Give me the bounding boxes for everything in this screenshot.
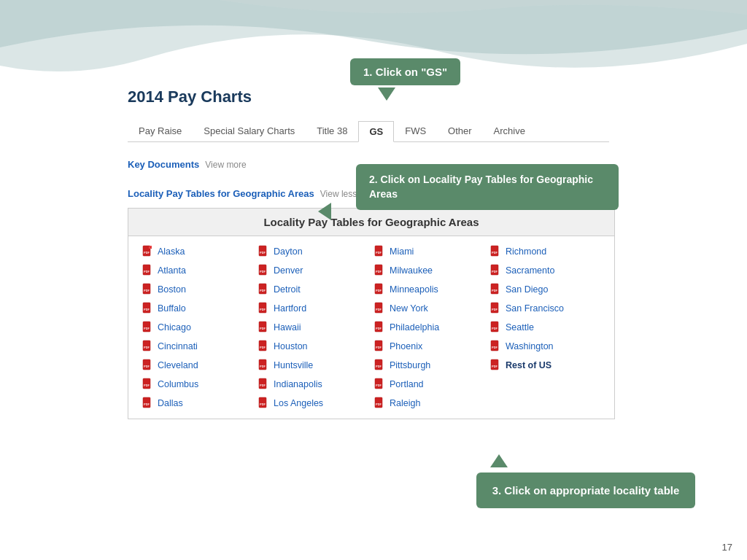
- list-item[interactable]: PDF San Francisco: [487, 300, 603, 316]
- list-item[interactable]: PDF Huntsville: [255, 357, 371, 373]
- locality-name[interactable]: Indianapolis: [274, 379, 322, 389]
- list-item[interactable]: PDF Hartford: [255, 300, 371, 316]
- locality-name[interactable]: Chicago: [158, 322, 191, 332]
- callout-1: 1. Click on "GS": [350, 58, 460, 85]
- list-item[interactable]: PDF New York: [371, 300, 487, 316]
- locality-name[interactable]: San Diego: [506, 284, 548, 295]
- locality-name[interactable]: Philadelphia: [390, 322, 439, 332]
- locality-name[interactable]: Portland: [390, 379, 424, 389]
- list-item[interactable]: PDF Denver: [255, 262, 371, 279]
- list-item[interactable]: PDF Rest of US: [487, 357, 603, 373]
- locality-name[interactable]: Cleveland: [158, 360, 198, 370]
- locality-name[interactable]: Los Angeles: [274, 398, 323, 408]
- locality-name[interactable]: Buffalo: [158, 303, 186, 314]
- list-item[interactable]: PDF Dayton: [255, 244, 371, 260]
- locality-name[interactable]: Pittsburgh: [390, 360, 430, 370]
- list-item[interactable]: PDF Hawaii: [255, 319, 371, 335]
- list-item[interactable]: PDF Seattle: [487, 319, 603, 335]
- svg-text:PDF: PDF: [144, 327, 150, 330]
- tab-fws[interactable]: FWS: [394, 120, 437, 141]
- list-item[interactable]: PDF Portland: [371, 376, 487, 392]
- list-item[interactable]: PDF San Diego: [487, 281, 603, 298]
- view-more-link[interactable]: View more: [205, 160, 246, 170]
- locality-name[interactable]: Hawaii: [274, 322, 301, 332]
- list-item[interactable]: PDF Pittsburgh: [371, 357, 487, 373]
- locality-name[interactable]: Raleigh: [390, 398, 420, 408]
- svg-text:PDF: PDF: [492, 270, 498, 273]
- svg-text:PDF: PDF: [144, 384, 150, 387]
- svg-text:PDF: PDF: [260, 270, 266, 273]
- locality-name[interactable]: Alaska: [158, 246, 185, 257]
- svg-text:PDF: PDF: [376, 327, 382, 330]
- list-item[interactable]: PDF Detroit: [255, 281, 371, 298]
- locality-name[interactable]: Huntsville: [274, 360, 313, 370]
- locality-name[interactable]: Columbus: [158, 379, 198, 389]
- list-item[interactable]: PDF Indianapolis: [255, 376, 371, 392]
- svg-text:PDF: PDF: [376, 308, 382, 311]
- svg-text:PDF: PDF: [144, 346, 150, 349]
- locality-name[interactable]: Denver: [274, 265, 303, 276]
- list-item[interactable]: PDF Milwaukee: [371, 262, 487, 279]
- tab-title38[interactable]: Title 38: [306, 120, 358, 141]
- locality-name-rest-of-us[interactable]: Rest of US: [506, 360, 551, 370]
- svg-text:PDF: PDF: [376, 402, 382, 406]
- pdf-icon: PDF: [490, 283, 502, 296]
- list-item[interactable]: PDF Houston: [255, 338, 371, 354]
- list-item[interactable]: PDF Miami: [371, 244, 487, 260]
- list-item[interactable]: PDF Philadelphia: [371, 319, 487, 335]
- list-item[interactable]: PDF Buffalo: [139, 300, 255, 316]
- svg-text:PDF: PDF: [260, 365, 266, 368]
- locality-name[interactable]: Washington: [506, 341, 554, 351]
- svg-text:PDF: PDF: [260, 308, 266, 311]
- locality-name[interactable]: Cincinnati: [158, 341, 198, 351]
- tab-special-salary[interactable]: Special Salary Charts: [193, 120, 306, 141]
- list-item[interactable]: PDF Dallas: [139, 395, 255, 411]
- locality-name[interactable]: Miami: [390, 246, 414, 257]
- tab-gs[interactable]: GS: [358, 121, 394, 142]
- list-item[interactable]: PDF Raleigh: [371, 395, 487, 411]
- locality-name[interactable]: Hartford: [274, 303, 306, 314]
- callout-2-arrow: [318, 203, 331, 220]
- locality-name[interactable]: Minneapolis: [390, 284, 438, 295]
- svg-text:PDF: PDF: [492, 289, 498, 292]
- list-item[interactable]: PDF Chicago: [139, 319, 255, 335]
- list-item[interactable]: PDF Alaska: [139, 244, 255, 260]
- pdf-icon: PDF: [142, 302, 154, 315]
- locality-name[interactable]: Dallas: [158, 398, 183, 408]
- tab-pay-raise[interactable]: Pay Raise: [128, 120, 193, 141]
- locality-name[interactable]: Richmond: [506, 246, 546, 257]
- tab-archive[interactable]: Archive: [483, 120, 536, 141]
- list-item[interactable]: PDF Cleveland: [139, 357, 255, 373]
- locality-name[interactable]: San Francisco: [506, 303, 564, 314]
- list-item[interactable]: PDF Atlanta: [139, 262, 255, 279]
- callout-2: 2. Click on Locality Pay Tables for Geog…: [356, 164, 619, 210]
- tab-other[interactable]: Other: [437, 120, 483, 141]
- locality-name[interactable]: Milwaukee: [390, 265, 433, 276]
- list-item[interactable]: PDF Minneapolis: [371, 281, 487, 298]
- locality-name[interactable]: Houston: [274, 341, 308, 351]
- pdf-icon: PDF: [258, 283, 270, 296]
- locality-name[interactable]: Atlanta: [158, 265, 186, 276]
- locality-section-label[interactable]: Locality Pay Tables for Geographic Areas: [128, 188, 314, 199]
- list-item[interactable]: PDF Boston: [139, 281, 255, 298]
- locality-header-row: Locality Pay Tables for Geographic Areas…: [128, 188, 357, 199]
- view-less-link[interactable]: View less: [320, 189, 357, 199]
- key-docs-label: Key Documents: [128, 159, 199, 170]
- svg-text:PDF: PDF: [492, 365, 498, 368]
- locality-name[interactable]: New York: [390, 303, 428, 314]
- list-item[interactable]: PDF Sacramento: [487, 262, 603, 279]
- list-item[interactable]: PDF Washington: [487, 338, 603, 354]
- list-item[interactable]: PDF Phoenix: [371, 338, 487, 354]
- list-item[interactable]: PDF Cincinnati: [139, 338, 255, 354]
- locality-table-box: Locality Pay Tables for Geographic Areas…: [128, 208, 615, 419]
- locality-name[interactable]: Detroit: [274, 284, 301, 295]
- list-item[interactable]: PDF Columbus: [139, 376, 255, 392]
- locality-name[interactable]: Sacramento: [506, 265, 554, 276]
- locality-name[interactable]: Dayton: [274, 246, 303, 257]
- locality-col-4: PDF Richmond PDF Sacramento PDF San Dieg…: [487, 244, 603, 411]
- locality-name[interactable]: Boston: [158, 284, 186, 295]
- locality-name[interactable]: Seattle: [506, 322, 534, 332]
- locality-name[interactable]: Phoenix: [390, 341, 422, 351]
- list-item[interactable]: PDF Richmond: [487, 244, 603, 260]
- list-item[interactable]: PDF Los Angeles: [255, 395, 371, 411]
